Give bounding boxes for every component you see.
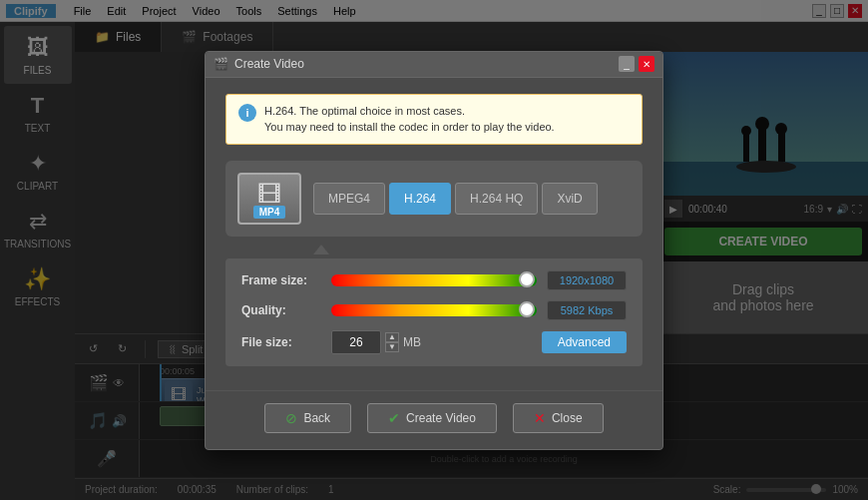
close-label: Close [552,411,583,425]
modal-title-bar: 🎬 Create Video _ ✕ [206,52,662,78]
info-line1: H.264. The optimal choice in most cases. [264,103,555,120]
close-icon: ✕ [534,410,546,426]
modal-footer: ⊘ Back ✔ Create Video ✕ Close [206,390,662,449]
codec-options: MPEG4 H.264 H.264 HQ XviD [313,183,631,215]
back-label: Back [303,411,330,425]
quality-thumb[interactable] [519,301,535,317]
file-size-unit: MB [403,335,421,349]
format-icon: 🎞 MP4 [237,173,301,225]
codec-h264hq[interactable]: H.264 HQ [455,183,538,215]
settings-grid: Frame size: 1920x1080 Quality: 5982 Kbps [225,258,643,366]
file-size-label: File size: [241,335,321,349]
file-size-row: File size: ▲ ▼ MB Advanced [241,330,627,354]
quality-label: Quality: [241,303,321,317]
quality-slider[interactable] [331,304,537,316]
codec-h264[interactable]: H.264 [389,183,451,215]
frame-size-row: Frame size: 1920x1080 [241,270,627,290]
close-video-button[interactable]: ✕ Close [513,403,604,433]
back-icon: ⊘ [285,410,297,426]
info-icon: i [238,104,256,122]
modal-title-text: Create Video [234,57,619,71]
quality-value: 5982 Kbps [547,300,627,320]
create-label: Create Video [406,411,476,425]
frame-size-label: Frame size: [241,273,321,287]
frame-size-value: 1920x1080 [547,270,627,290]
create-icon: ✔ [388,410,400,426]
modal-title-icon: 🎬 [214,57,228,71]
info-text: H.264. The optimal choice in most cases.… [264,103,555,136]
modal-close-button[interactable]: ✕ [639,56,654,72]
spin-up[interactable]: ▲ [385,332,399,342]
info-box: i H.264. The optimal choice in most case… [225,94,643,145]
codec-arrow [313,245,329,254]
format-selector: 🎞 MP4 MPEG4 H.264 H.264 HQ XviD [225,161,643,237]
frame-size-thumb[interactable] [519,271,535,287]
frame-size-slider[interactable] [331,274,537,286]
back-button[interactable]: ⊘ Back [264,403,351,433]
info-line2: You may need to install the codec in ord… [264,119,555,136]
create-video-dialog: 🎬 Create Video _ ✕ i H.264. The optimal … [205,51,663,450]
quality-row: Quality: 5982 Kbps [241,300,627,320]
file-size-control: ▲ ▼ MB [331,330,421,354]
codec-mpeg4[interactable]: MPEG4 [313,183,385,215]
file-size-input[interactable] [331,330,381,354]
film-icon: 🎞 [257,181,281,209]
create-video-button[interactable]: ✔ Create Video [367,403,497,433]
codec-xvid[interactable]: XviD [542,183,597,215]
modal-overlay: 🎬 Create Video _ ✕ i H.264. The optimal … [0,0,868,500]
spinner-controls: ▲ ▼ [385,332,399,352]
modal-body: i H.264. The optimal choice in most case… [206,78,662,390]
advanced-button[interactable]: Advanced [542,331,627,353]
modal-minimize-button[interactable]: _ [619,56,635,72]
spin-down[interactable]: ▼ [385,342,399,352]
